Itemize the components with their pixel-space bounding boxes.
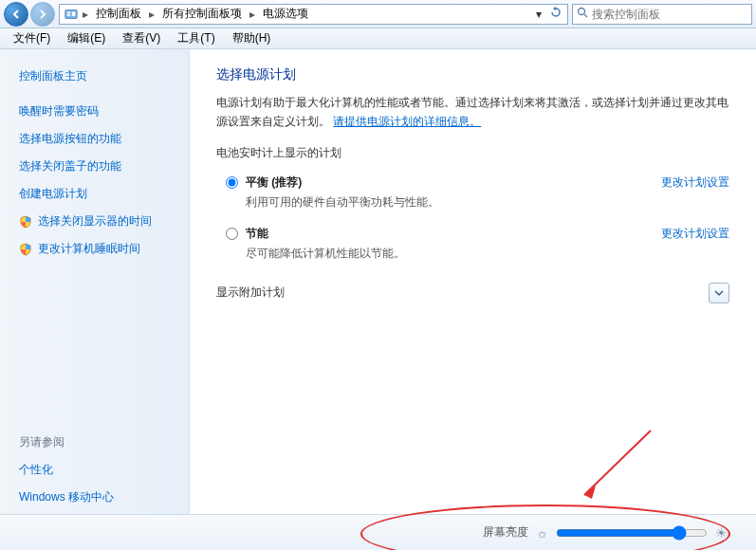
- expand-button[interactable]: [709, 283, 729, 303]
- additional-plans-row: 显示附加计划: [216, 283, 729, 303]
- plan-saver-name: 节能: [246, 226, 650, 242]
- svg-rect-2: [67, 14, 71, 16]
- plan-saver-sub: 尽可能降低计算机性能以节能。: [246, 246, 650, 262]
- breadcrumb-dropdown[interactable]: ▾: [531, 8, 546, 21]
- crumb-control-panel[interactable]: 控制面板: [92, 6, 145, 22]
- chevron-right-icon: ▸: [147, 8, 157, 21]
- plan-balanced-name: 平衡 (推荐): [246, 174, 650, 191]
- breadcrumb-refresh[interactable]: [548, 7, 563, 21]
- plan-saver-radio[interactable]: [226, 228, 238, 240]
- search-box[interactable]: [572, 4, 752, 25]
- sidebar-item-label: 更改计算机睡眠时间: [38, 241, 140, 257]
- nav-buttons: [4, 2, 55, 27]
- page-title: 选择电源计划: [216, 66, 729, 83]
- chevron-right-icon: ▸: [81, 8, 90, 21]
- svg-rect-3: [72, 11, 76, 15]
- brightness-high-icon: ☀: [715, 525, 728, 541]
- svg-point-4: [579, 9, 585, 15]
- plan-saver-change-link[interactable]: 更改计划设置: [661, 226, 729, 242]
- crumb-power-options[interactable]: 电源选项: [259, 6, 312, 22]
- plan-saver: 节能 尽可能降低计算机性能以节能。 更改计划设置: [216, 222, 729, 273]
- svg-rect-1: [67, 11, 71, 13]
- sidebar-link-close-lid[interactable]: 选择关闭盖子的功能: [19, 158, 177, 174]
- menu-file[interactable]: 文件(F): [6, 28, 58, 48]
- menu-bar: 文件(F) 编辑(E) 查看(V) 工具(T) 帮助(H): [0, 28, 756, 49]
- menu-edit[interactable]: 编辑(E): [60, 28, 113, 48]
- desc-link[interactable]: 请提供电源计划的详细信息。: [333, 115, 481, 128]
- sidebar-link-require-password[interactable]: 唤醒时需要密码: [19, 103, 177, 119]
- see-also-mobility-center[interactable]: Windows 移动中心: [19, 489, 177, 505]
- menu-help[interactable]: 帮助(H): [225, 28, 279, 48]
- brightness-bar: 屏幕亮度 ☼ ☀: [0, 514, 756, 550]
- plan-balanced-change-link[interactable]: 更改计划设置: [661, 174, 729, 191]
- search-input[interactable]: [592, 8, 747, 21]
- sidebar-home[interactable]: 控制面板主页: [19, 68, 177, 84]
- sidebar-link-power-button[interactable]: 选择电源按钮的功能: [19, 131, 177, 147]
- address-bar: ▸ 控制面板 ▸ 所有控制面板项 ▸ 电源选项 ▾: [0, 0, 756, 28]
- plan-balanced-radio[interactable]: [226, 176, 238, 189]
- crumb-all-items[interactable]: 所有控制面板项: [158, 6, 246, 22]
- breadcrumb[interactable]: ▸ 控制面板 ▸ 所有控制面板项 ▸ 电源选项 ▾: [59, 4, 568, 25]
- forward-button[interactable]: [30, 2, 55, 27]
- shield-icon: [19, 215, 32, 229]
- main-content: 选择电源计划 电源计划有助于最大化计算机的性能或者节能。通过选择计划来将其激活，…: [190, 49, 756, 550]
- chevron-right-icon: ▸: [248, 8, 257, 21]
- brightness-slider[interactable]: [556, 525, 708, 541]
- back-button[interactable]: [4, 2, 28, 27]
- additional-plans-label: 显示附加计划: [216, 284, 709, 301]
- plans-section-title: 电池安时计上显示的计划: [216, 145, 729, 161]
- menu-tools[interactable]: 工具(T): [170, 28, 222, 48]
- brightness-label: 屏幕亮度: [483, 524, 528, 541]
- sidebar-link-sleep-time[interactable]: 更改计算机睡眠时间: [19, 241, 177, 257]
- sidebar: 控制面板主页 唤醒时需要密码 选择电源按钮的功能 选择关闭盖子的功能 创建电源计…: [0, 49, 190, 550]
- see-also-personalization[interactable]: 个性化: [19, 462, 177, 478]
- plan-balanced-sub: 利用可用的硬件自动平衡功耗与性能。: [246, 194, 650, 211]
- menu-view[interactable]: 查看(V): [115, 28, 168, 48]
- sidebar-link-create-plan[interactable]: 创建电源计划: [19, 186, 177, 202]
- svg-line-5: [584, 14, 587, 17]
- brightness-low-icon: ☼: [536, 525, 548, 541]
- page-description: 电源计划有助于最大化计算机的性能或者节能。通过选择计划来将其激活，或选择计划并通…: [216, 93, 729, 132]
- chevron-down-icon: [713, 287, 725, 299]
- sidebar-item-label: 选择关闭显示器的时间: [38, 213, 152, 229]
- shield-icon: [19, 243, 32, 256]
- search-icon: [577, 7, 588, 21]
- plan-balanced: 平衡 (推荐) 利用可用的硬件自动平衡功耗与性能。 更改计划设置: [216, 171, 729, 222]
- sidebar-link-display-off[interactable]: 选择关闭显示器的时间: [19, 213, 177, 229]
- see-also-heading: 另请参阅: [19, 434, 177, 450]
- control-panel-icon: [64, 7, 79, 22]
